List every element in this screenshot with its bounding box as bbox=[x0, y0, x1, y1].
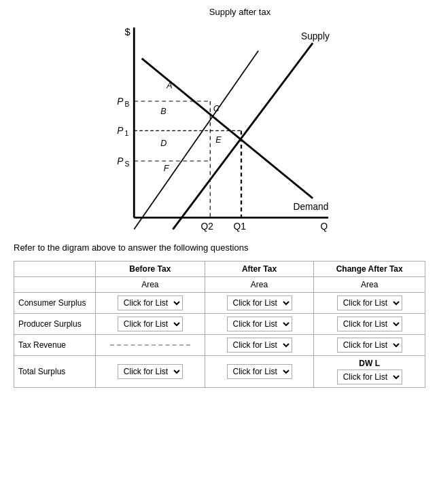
svg-line-3 bbox=[173, 43, 313, 229]
supply-label: Supply bbox=[301, 31, 330, 41]
subheader-empty bbox=[14, 277, 96, 293]
tax-revenue-change: Click for List bbox=[314, 335, 425, 356]
col-header-after-tax: After Tax bbox=[205, 262, 314, 277]
total-surplus-row: Total Surplus Click for List Click for L… bbox=[14, 356, 425, 388]
total-surplus-after-select[interactable]: Click for List bbox=[227, 364, 292, 379]
consumer-surplus-after: Click for List bbox=[205, 293, 314, 314]
total-surplus-after: Click for List bbox=[205, 356, 314, 388]
p1-sub: 1 bbox=[125, 130, 129, 137]
total-surplus-before: Click for List bbox=[96, 356, 205, 388]
col-header-change: Change After Tax bbox=[314, 262, 425, 277]
total-surplus-change-select[interactable]: Click for List bbox=[337, 370, 402, 384]
producer-surplus-change: Click for List bbox=[314, 314, 425, 335]
chart-title: Supply after tax bbox=[54, 7, 425, 17]
producer-surplus-after: Click for List bbox=[205, 314, 314, 335]
consumer-surplus-after-select[interactable]: Click for List bbox=[227, 295, 292, 310]
p1-label: P bbox=[117, 126, 124, 136]
consumer-surplus-change-select[interactable]: Click for List bbox=[337, 295, 402, 310]
producer-surplus-before-select[interactable]: Click for List bbox=[118, 317, 183, 331]
q1-label: Q1 bbox=[234, 221, 246, 232]
tax-revenue-row: Tax Revenue Click for List Click for Lis… bbox=[14, 335, 425, 356]
graph-container: Supply Demand $ P B P 1 P S Q2 Q1 Q A B … bbox=[90, 20, 349, 237]
area-f: F bbox=[164, 164, 170, 173]
producer-surplus-change-select[interactable]: Click for List bbox=[337, 317, 402, 331]
graph-svg: Supply Demand $ P B P 1 P S Q2 Q1 Q A B … bbox=[90, 20, 349, 237]
tax-revenue-dashed bbox=[110, 344, 190, 346]
refer-text: Refer to the digram above to answer the … bbox=[14, 242, 425, 253]
ps-sub: S bbox=[125, 160, 130, 168]
area-a: A bbox=[166, 81, 172, 90]
data-table: Before Tax After Tax Change After Tax Ar… bbox=[14, 261, 425, 388]
consumer-surplus-before: Click for List bbox=[96, 293, 205, 314]
total-surplus-change: DW L Click for List bbox=[314, 356, 425, 388]
q2-label: Q2 bbox=[201, 221, 213, 232]
y-axis-label: $ bbox=[125, 26, 131, 37]
svg-line-4 bbox=[142, 58, 313, 198]
producer-surplus-after-select[interactable]: Click for List bbox=[227, 317, 292, 331]
total-surplus-before-select[interactable]: Click for List bbox=[118, 364, 183, 379]
col-header-empty bbox=[14, 262, 96, 277]
area-b: B bbox=[160, 107, 166, 116]
ps-label: P bbox=[117, 156, 124, 166]
total-surplus-label: Total Surplus bbox=[14, 356, 96, 388]
pb-label: P bbox=[117, 96, 124, 107]
pb-sub: B bbox=[125, 101, 130, 108]
producer-surplus-before: Click for List bbox=[96, 314, 205, 335]
area-e: E bbox=[215, 135, 222, 145]
consumer-surplus-before-select[interactable]: Click for List bbox=[118, 295, 183, 310]
dwl-label: DW L bbox=[318, 359, 421, 368]
area-c: C bbox=[213, 104, 220, 113]
producer-surplus-label: Producer Surplus bbox=[14, 314, 96, 335]
area-d: D bbox=[160, 139, 166, 148]
consumer-surplus-label: Consumer Surplus bbox=[14, 293, 96, 314]
col-header-before-tax: Before Tax bbox=[96, 262, 205, 277]
consumer-surplus-row: Consumer Surplus Click for List Click fo… bbox=[14, 293, 425, 314]
q-label: Q bbox=[321, 221, 328, 232]
demand-label: Demand bbox=[294, 202, 329, 212]
subheader-after-area: Area bbox=[205, 277, 314, 293]
producer-surplus-row: Producer Surplus Click for List Click fo… bbox=[14, 314, 425, 335]
subheader-change-area: Area bbox=[314, 277, 425, 293]
tax-revenue-after-select[interactable]: Click for List bbox=[227, 338, 292, 353]
subheader-before-area: Area bbox=[96, 277, 205, 293]
consumer-surplus-change: Click for List bbox=[314, 293, 425, 314]
tax-revenue-after: Click for List bbox=[205, 335, 314, 356]
tax-revenue-change-select[interactable]: Click for List bbox=[337, 338, 402, 353]
tax-revenue-before bbox=[96, 335, 205, 356]
tax-revenue-label: Tax Revenue bbox=[14, 335, 96, 356]
